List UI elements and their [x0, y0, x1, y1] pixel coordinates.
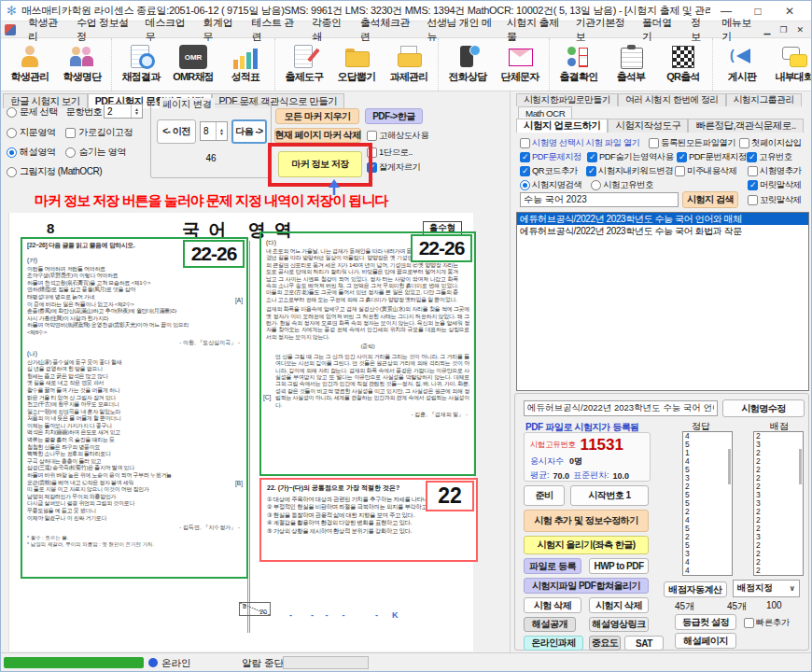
checkbox-unique-number[interactable]: [747, 152, 757, 162]
bracket-b-label: [B]: [235, 480, 243, 486]
close-button[interactable]: ✕: [774, 5, 805, 18]
checkbox-keyword-change[interactable]: [586, 166, 596, 176]
mdi-close-button[interactable]: ✕: [796, 25, 804, 35]
ready-button[interactable]: 준비: [524, 485, 565, 506]
add-exam-button[interactable]: 시험 추가 및 정보수정하기: [524, 510, 649, 532]
checkbox-add-exam-name[interactable]: [748, 166, 758, 176]
tab-upload-exam[interactable]: 시험지 업로드하기: [516, 119, 608, 133]
checkbox-pdf-renumber[interactable]: [677, 152, 687, 162]
explanation-page-button[interactable]: 해설페이지: [675, 633, 736, 649]
checkbox-qr-add[interactable]: [520, 166, 530, 176]
tab-math-ocr[interactable]: Math OCR: [518, 106, 572, 119]
exam-search-button[interactable]: 시험지 검색: [682, 191, 738, 208]
radio-explain-area[interactable]: [7, 147, 17, 158]
exam-document-page[interactable]: 8 국어 영역 홀수형 22-26 [22~26] 다음 글을 읽고 물음에 답…: [8, 213, 473, 651]
importance-button[interactable]: 중요도: [589, 636, 621, 651]
toolbar-button[interactable]: 단체문자: [494, 45, 546, 84]
tab-quick-answer[interactable]: 빠른정답,객관식문제로..: [688, 119, 803, 133]
page-number-input[interactable]: [201, 126, 216, 136]
toolbar-button[interactable]: 내부대화: [768, 45, 812, 84]
right-passage-marker-region[interactable]: 22-26 (다) 내 초로의 어느 가을날, 나는 겸재가 동해안을 따라 내…: [259, 231, 476, 476]
tab-exam-authoring[interactable]: 시험지작성도구: [608, 119, 688, 133]
poem-line: 첩첩한 산들은 좌우의 병풍이요: [27, 444, 242, 452]
exam-list-item[interactable]: 에듀허브공식/2022년 2023학년도 수능 국어 화법과 작문: [517, 225, 808, 237]
radio-search-by-uid[interactable]: [591, 180, 601, 190]
bracket-c-label: [C]: [263, 394, 271, 400]
toolbar-button[interactable]: OMR채점: [167, 45, 219, 84]
upload-exam-button[interactable]: 시험지 올리기(좌측 한글): [524, 536, 649, 554]
tab-exam-group[interactable]: 시험지그룹관리: [726, 93, 802, 106]
toolbar-button[interactable]: 게시판: [716, 45, 768, 84]
radio-search-by-name[interactable]: [520, 180, 530, 190]
checkbox-open-all-files[interactable]: [649, 138, 659, 148]
page-number-stepper[interactable]: ▲▼: [200, 121, 228, 141]
pdf-to-hwp-button[interactable]: PDF->한글: [365, 108, 423, 124]
next-page-button[interactable]: 다음 ->: [231, 119, 267, 144]
hwp-to-pdf-button[interactable]: HWP to PDF: [589, 558, 649, 574]
right-sub-tab-bar: 시험지 업로드하기 시험지작성도구 빠른정답,객관식문제로..: [516, 119, 804, 133]
point-set-dropdown[interactable]: 배점지정 ∨: [733, 580, 800, 597]
explanation-video-link-button[interactable]: 해설영상링크: [589, 617, 649, 632]
stepper-arrows-icon[interactable]: ▲▼: [216, 122, 227, 140]
auto-calc-points-button[interactable]: 배점자동계산: [664, 581, 727, 597]
points-list[interactable]: 23222223322232222: [753, 431, 804, 576]
radio-figure-mathocr[interactable]: [7, 167, 17, 177]
toolbar-button[interactable]: 오답뽑기: [330, 45, 383, 84]
checkbox-footer-delete[interactable]: [748, 195, 758, 205]
checkbox-quick-add[interactable]: [744, 618, 754, 628]
exam-name-input[interactable]: [524, 400, 718, 416]
delete-paper-button[interactable]: 시험지 삭제: [589, 597, 649, 613]
checkbox-remove-endnote[interactable]: [675, 166, 685, 176]
mdi-minimize-button[interactable]: ▁: [763, 25, 770, 35]
stepper-arrows-icon[interactable]: ▲▼: [131, 105, 142, 118]
register-file-button[interactable]: 파일로 등록: [524, 558, 581, 574]
checkbox-header-delete[interactable]: [748, 180, 758, 190]
clear-all-markers-button[interactable]: 모든 마커 지우기: [275, 108, 359, 124]
checkbox-high-res[interactable]: [367, 131, 377, 141]
radio-problem-select[interactable]: [7, 107, 17, 118]
merge-pdf-upload-button[interactable]: 시험지파일 PDF합쳐올리기: [524, 578, 649, 594]
grade-cut-button[interactable]: 등급컷 설정: [675, 614, 736, 630]
exam-list[interactable]: 에듀허브공식/2022년 2023학년도 수능 국어 언어와 매체 에듀허브공식…: [516, 212, 809, 391]
exam-search-input[interactable]: [520, 192, 679, 207]
footer-link-dashes[interactable]: - - - - - K: [289, 610, 399, 620]
checkbox-pdf-question[interactable]: [520, 152, 530, 162]
save-marker-info-button[interactable]: 마커 정보 저장: [278, 151, 362, 177]
mdi-restore-button[interactable]: ❐: [779, 25, 787, 35]
answers-list[interactable]: 45145325524525344: [682, 431, 733, 576]
start-number-button[interactable]: 시작번호 1: [570, 485, 649, 506]
sat-button[interactable]: SAT: [624, 636, 664, 651]
tab-organize-exams[interactable]: 여러 시험지 한번에 정리: [618, 93, 726, 106]
toolbar-button[interactable]: 학생명단: [56, 45, 108, 84]
rename-exam-button[interactable]: 시험명수정: [722, 399, 805, 417]
checkbox-open-on-select[interactable]: [520, 138, 530, 148]
toolbar-button[interactable]: 채점결과: [115, 45, 167, 84]
left-passage-marker-region[interactable]: 22-26 [22~26] 다음 글을 읽고 물음에 답하시오. [A] (가)…: [21, 237, 248, 579]
radio-hidden-area[interactable]: [65, 147, 76, 158]
toolbar: 학생관리학생명단 채점결과OMR채점성적표 출제도구오답뽑기과제관리 전화상담단…: [1, 38, 811, 91]
checkbox-pdf-hidden-area[interactable]: [587, 152, 597, 162]
toolbar-button[interactable]: 출제도구: [278, 45, 330, 84]
toolbar-button[interactable]: 학생관리: [4, 45, 56, 84]
question-22-marker-region[interactable]: 22 22. (가)~(다)의 공통점으로 가장 적절한 것은? ① 대상에 주…: [259, 478, 478, 562]
online-homework-button[interactable]: 온라인과제: [524, 636, 583, 651]
delete-exam-button[interactable]: 시험 삭제: [524, 597, 581, 613]
toolbar-button[interactable]: 성적표: [219, 45, 272, 84]
passage-ga-lines: 이런들 어떠하며 저런들 어떠하료초야우생(草野愚生)이 이렇다 어떠하료하물며…: [27, 266, 242, 337]
question-number-input[interactable]: [105, 106, 131, 117]
exam-list-item-selected[interactable]: 에듀허브공식/2022년 2023학년도 수능 국어 언어와 매체: [517, 213, 808, 225]
toolbar-button[interactable]: 출결확인: [553, 45, 605, 84]
question-number-stepper[interactable]: ▲▼: [104, 104, 143, 119]
radio-passage-area[interactable]: [7, 128, 17, 138]
checkbox-first-page-insert[interactable]: [739, 138, 749, 148]
open-explanation-button[interactable]: 해설공개: [524, 617, 576, 632]
alarm-status-box[interactable]: [283, 656, 369, 669]
toolbar-button[interactable]: 출석부: [605, 45, 657, 84]
delete-page-markers-button[interactable]: 현재 페이지 마커 삭제: [274, 128, 361, 143]
tab-exam-one-file[interactable]: 시험지한파일로만들기: [516, 93, 618, 106]
toolbar-button[interactable]: 과제관리: [383, 45, 435, 84]
prev-page-button[interactable]: <- 이전: [157, 119, 196, 144]
toolbar-button[interactable]: QR출석: [657, 45, 709, 84]
checkbox-fixed-width[interactable]: [65, 128, 76, 138]
toolbar-button[interactable]: 전화상담: [441, 45, 494, 84]
